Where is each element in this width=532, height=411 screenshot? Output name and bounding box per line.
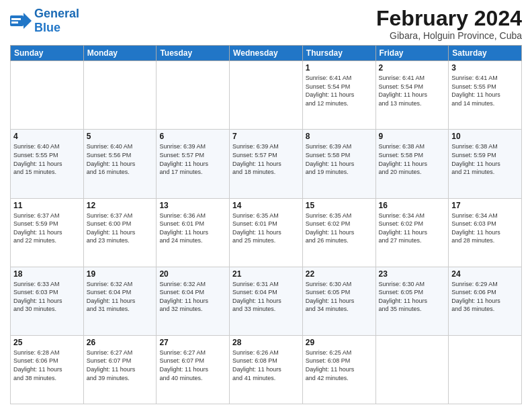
calendar-cell: 28Sunrise: 6:26 AM Sunset: 6:08 PM Dayli… [230,335,303,404]
calendar-cell: 2Sunrise: 6:41 AM Sunset: 5:54 PM Daylig… [375,61,449,130]
col-header-friday: Friday [375,46,449,61]
calendar-cell: 7Sunrise: 6:39 AM Sunset: 5:57 PM Daylig… [230,130,303,198]
cell-info: Sunrise: 6:40 AM Sunset: 5:56 PM Dayligh… [87,142,154,176]
calendar-cell [375,335,449,404]
calendar-cell: 9Sunrise: 6:38 AM Sunset: 5:58 PM Daylig… [375,130,449,198]
logo-text: General Blue [34,7,79,35]
calendar-cell [230,61,303,130]
title-block: February 2024 Gibara, Holguin Province, … [376,7,522,41]
week-row-2: 4Sunrise: 6:40 AM Sunset: 5:55 PM Daylig… [11,130,522,198]
calendar-cell: 8Sunrise: 6:39 AM Sunset: 5:58 PM Daylig… [302,130,375,198]
cell-info: Sunrise: 6:34 AM Sunset: 6:02 PM Dayligh… [379,212,446,245]
calendar-cell: 10Sunrise: 6:38 AM Sunset: 5:59 PM Dayli… [449,130,522,198]
day-number: 4 [13,132,81,141]
cell-info: Sunrise: 6:40 AM Sunset: 5:55 PM Dayligh… [13,142,81,176]
day-number: 23 [379,269,446,279]
cell-info: Sunrise: 6:26 AM Sunset: 6:08 PM Dayligh… [232,349,300,382]
cell-info: Sunrise: 6:35 AM Sunset: 6:02 PM Dayligh… [306,212,373,245]
cell-info: Sunrise: 6:29 AM Sunset: 6:06 PM Dayligh… [451,280,519,314]
day-number: 29 [306,338,373,347]
cell-info: Sunrise: 6:35 AM Sunset: 6:01 PM Dayligh… [232,212,300,245]
svg-rect-3 [11,21,18,24]
calendar: SundayMondayTuesdayWednesdayThursdayFrid… [10,45,522,404]
calendar-cell [11,61,84,130]
day-number: 18 [13,269,81,279]
cell-info: Sunrise: 6:30 AM Sunset: 6:05 PM Dayligh… [306,280,373,314]
cell-info: Sunrise: 6:34 AM Sunset: 6:03 PM Dayligh… [451,212,519,245]
day-number: 8 [306,132,373,141]
svg-rect-0 [10,15,24,26]
cell-info: Sunrise: 6:25 AM Sunset: 6:08 PM Dayligh… [306,349,373,382]
cell-info: Sunrise: 6:41 AM Sunset: 5:55 PM Dayligh… [451,74,519,107]
calendar-cell: 11Sunrise: 6:37 AM Sunset: 5:59 PM Dayli… [11,198,84,267]
day-number: 10 [451,132,519,141]
col-header-monday: Monday [83,46,157,61]
calendar-cell: 17Sunrise: 6:34 AM Sunset: 6:03 PM Dayli… [449,198,522,267]
cell-info: Sunrise: 6:31 AM Sunset: 6:04 PM Dayligh… [232,280,300,314]
col-header-thursday: Thursday [302,46,375,61]
calendar-cell: 3Sunrise: 6:41 AM Sunset: 5:55 PM Daylig… [449,61,522,130]
cell-info: Sunrise: 6:33 AM Sunset: 6:03 PM Dayligh… [13,280,81,314]
calendar-cell [157,61,230,130]
calendar-cell: 22Sunrise: 6:30 AM Sunset: 6:05 PM Dayli… [302,267,375,335]
calendar-cell: 4Sunrise: 6:40 AM Sunset: 5:55 PM Daylig… [11,130,84,198]
day-number: 16 [379,201,446,210]
day-number: 26 [87,338,154,347]
week-row-4: 18Sunrise: 6:33 AM Sunset: 6:03 PM Dayli… [11,267,522,335]
day-number: 22 [306,269,373,279]
day-number: 7 [232,132,300,141]
day-number: 28 [232,338,300,347]
svg-marker-1 [24,13,32,29]
day-number: 21 [232,269,300,279]
calendar-cell: 24Sunrise: 6:29 AM Sunset: 6:06 PM Dayli… [449,267,522,335]
cell-info: Sunrise: 6:32 AM Sunset: 6:04 PM Dayligh… [159,280,226,314]
day-number: 1 [306,63,373,73]
calendar-cell: 25Sunrise: 6:28 AM Sunset: 6:06 PM Dayli… [11,335,84,404]
calendar-cell: 14Sunrise: 6:35 AM Sunset: 6:01 PM Dayli… [230,198,303,267]
calendar-cell: 23Sunrise: 6:30 AM Sunset: 6:05 PM Dayli… [375,267,449,335]
calendar-cell: 18Sunrise: 6:33 AM Sunset: 6:03 PM Dayli… [11,267,84,335]
cell-info: Sunrise: 6:39 AM Sunset: 5:57 PM Dayligh… [232,142,300,176]
cell-info: Sunrise: 6:39 AM Sunset: 5:58 PM Dayligh… [306,142,373,176]
cell-info: Sunrise: 6:30 AM Sunset: 6:05 PM Dayligh… [379,280,446,314]
week-row-1: 1Sunrise: 6:41 AM Sunset: 5:54 PM Daylig… [11,61,522,130]
cell-info: Sunrise: 6:27 AM Sunset: 6:07 PM Dayligh… [159,349,226,382]
cell-info: Sunrise: 6:37 AM Sunset: 5:59 PM Dayligh… [13,212,81,245]
week-row-3: 11Sunrise: 6:37 AM Sunset: 5:59 PM Dayli… [11,198,522,267]
calendar-header-row: SundayMondayTuesdayWednesdayThursdayFrid… [11,46,522,61]
svg-rect-2 [11,18,21,20]
location-title: Gibara, Holguin Province, Cuba [376,30,522,41]
col-header-wednesday: Wednesday [230,46,303,61]
week-row-5: 25Sunrise: 6:28 AM Sunset: 6:06 PM Dayli… [11,335,522,404]
month-title: February 2024 [376,7,522,30]
cell-info: Sunrise: 6:41 AM Sunset: 5:54 PM Dayligh… [379,74,446,107]
day-number: 6 [159,132,226,141]
cell-info: Sunrise: 6:37 AM Sunset: 6:00 PM Dayligh… [87,212,154,245]
cell-info: Sunrise: 6:38 AM Sunset: 5:58 PM Dayligh… [379,142,446,176]
calendar-cell [449,335,522,404]
cell-info: Sunrise: 6:32 AM Sunset: 6:04 PM Dayligh… [87,280,154,314]
calendar-cell: 12Sunrise: 6:37 AM Sunset: 6:00 PM Dayli… [83,198,157,267]
day-number: 9 [379,132,446,141]
day-number: 20 [159,269,226,279]
day-number: 14 [232,201,300,210]
cell-info: Sunrise: 6:39 AM Sunset: 5:57 PM Dayligh… [159,142,226,176]
calendar-cell: 13Sunrise: 6:36 AM Sunset: 6:01 PM Dayli… [157,198,230,267]
calendar-cell: 5Sunrise: 6:40 AM Sunset: 5:56 PM Daylig… [83,130,157,198]
calendar-cell: 19Sunrise: 6:32 AM Sunset: 6:04 PM Dayli… [83,267,157,335]
calendar-cell: 15Sunrise: 6:35 AM Sunset: 6:02 PM Dayli… [302,198,375,267]
calendar-cell: 20Sunrise: 6:32 AM Sunset: 6:04 PM Dayli… [157,267,230,335]
day-number: 11 [13,201,81,210]
day-number: 3 [451,63,519,73]
day-number: 2 [379,63,446,73]
calendar-cell [83,61,157,130]
col-header-sunday: Sunday [11,46,84,61]
day-number: 19 [87,269,154,279]
calendar-cell: 16Sunrise: 6:34 AM Sunset: 6:02 PM Dayli… [375,198,449,267]
day-number: 13 [159,201,226,210]
calendar-cell: 1Sunrise: 6:41 AM Sunset: 5:54 PM Daylig… [302,61,375,130]
day-number: 27 [159,338,226,347]
cell-info: Sunrise: 6:41 AM Sunset: 5:54 PM Dayligh… [306,74,373,107]
calendar-cell: 6Sunrise: 6:39 AM Sunset: 5:57 PM Daylig… [157,130,230,198]
page: General Blue February 2024 Gibara, Holgu… [0,0,532,411]
